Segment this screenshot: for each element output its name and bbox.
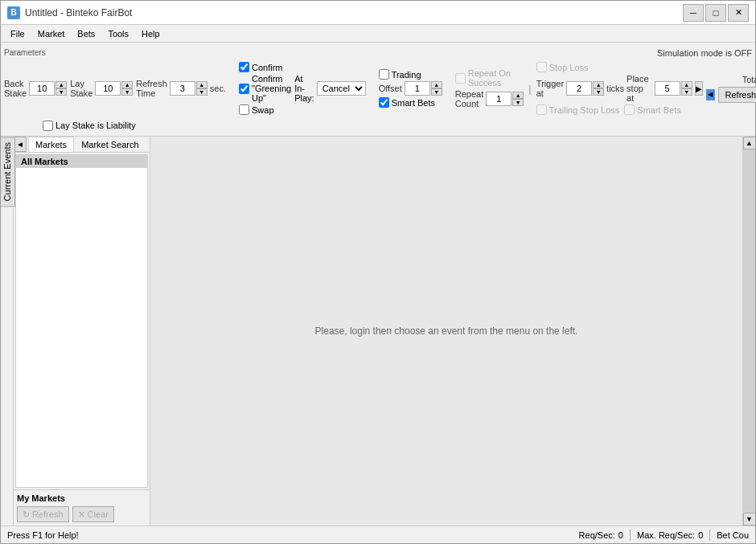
trigger-at-up[interactable]: ▲ — [593, 81, 604, 88]
menu-file[interactable]: File — [4, 27, 31, 40]
place-stop-arrow[interactable]: ▶ — [695, 81, 703, 96]
refresh-time-down[interactable]: ▼ — [196, 88, 207, 96]
scroll-track[interactable] — [743, 149, 755, 513]
menu-help[interactable]: Help — [135, 27, 166, 40]
maximize-button[interactable]: □ — [705, 4, 726, 22]
account-balance-row: ◄ Refresh Log in... — [706, 87, 756, 103]
refresh-time-group: Refresh Time ▲ ▼ sec. — [136, 79, 226, 98]
repeat-count-input[interactable] — [486, 92, 512, 106]
menu-market[interactable]: Market — [31, 27, 72, 40]
close-button[interactable]: ✕ — [728, 4, 749, 22]
section-sep-1: | — [527, 83, 532, 95]
confirm-label: Confirm — [252, 63, 283, 72]
panel-content: All Markets — [15, 154, 148, 488]
main-content: Current Events ◄ Markets Market Search A… — [1, 137, 755, 526]
back-stake-group: Back Stake ▲ ▼ — [4, 79, 67, 98]
refresh-time-unit: sec. — [210, 84, 226, 93]
back-stake-input[interactable] — [29, 81, 55, 96]
smart-bets-checkbox[interactable] — [379, 97, 389, 108]
my-markets-clear-button[interactable]: ✕ Clear — [72, 506, 114, 522]
bet-count-label: Bet Cou — [717, 530, 749, 540]
offset-spinner: ▲ ▼ — [405, 81, 442, 96]
repeat-count-label: Repeat Count — [455, 89, 483, 108]
trailing-stop-label: Trailing Stop Loss — [549, 105, 620, 115]
bet-count-section: Bet Cou — [717, 530, 749, 540]
offset-input[interactable] — [405, 81, 430, 96]
trigger-at-input[interactable] — [566, 81, 592, 96]
scroll-down-button[interactable]: ▼ — [743, 513, 756, 526]
stop-smart-bets-checkbox[interactable] — [624, 104, 635, 115]
swap-checkbox[interactable] — [239, 104, 249, 115]
trigger-group: Trigger at ▲ ▼ ticks Place stop at ▲ — [536, 74, 703, 103]
repeat-count-down[interactable]: ▼ — [512, 99, 524, 106]
my-markets-label: My Markets — [17, 493, 146, 503]
left-panel-tabs: ◄ Markets Market Search — [14, 137, 150, 153]
balance-indicator[interactable]: ◄ — [706, 89, 715, 100]
lay-stake-liability-checkbox[interactable] — [43, 121, 53, 131]
total-balance-label: Total balance: — [742, 75, 756, 84]
place-stop-at-input[interactable] — [655, 81, 680, 96]
trading-label: Trading — [392, 70, 421, 80]
repeat-count-up[interactable]: ▲ — [512, 92, 524, 99]
repeat-count-spin-btns: ▲ ▼ — [512, 92, 524, 106]
trailing-stop-checkbox[interactable] — [536, 104, 547, 115]
refresh-time-label: Refresh Time — [136, 79, 167, 98]
title-bar: B Untitled - Binteko FairBot ─ □ ✕ — [1, 1, 755, 25]
stop-loss-checkbox[interactable] — [536, 62, 547, 72]
my-markets-refresh-button[interactable]: ↻ Refresh — [17, 506, 69, 522]
max-req-sec-label: Max. Req/Sec: — [637, 530, 695, 540]
all-markets-header[interactable]: All Markets — [16, 155, 147, 168]
status-bar: Press F1 for Help! Req/Sec: 0 Max. Req/S… — [1, 526, 755, 543]
offset-up[interactable]: ▲ — [431, 81, 442, 88]
place-stop-at-up[interactable]: ▲ — [681, 81, 692, 88]
tab-market-search[interactable]: Market Search — [74, 137, 146, 152]
refresh-time-spin-btns: ▲ ▼ — [196, 81, 207, 96]
place-stop-at-down[interactable]: ▼ — [681, 88, 692, 96]
confirm-checkbox-group: Confirm — [239, 62, 291, 72]
toolbar-row-2: Back Stake ▲ ▼ Lay Stake ▲ ▼ — [4, 62, 752, 115]
side-tab-container: Current Events — [1, 137, 14, 526]
smart-bets-label: Smart Bets — [392, 98, 435, 108]
confirm-greening-group: Confirm "Greening Up" — [239, 74, 291, 103]
tab-markets[interactable]: Markets — [28, 137, 74, 152]
confirm-greening-checkbox[interactable] — [239, 84, 249, 94]
panel-collapse-button[interactable]: ◄ — [14, 137, 27, 152]
back-stake-up[interactable]: ▲ — [55, 81, 67, 88]
refresh-time-up[interactable]: ▲ — [196, 81, 207, 88]
offset-down[interactable]: ▼ — [431, 88, 442, 96]
back-stake-down[interactable]: ▼ — [55, 88, 67, 96]
confirm-checkbox[interactable] — [239, 62, 249, 72]
repeat-on-success-group: Repeat On Success — [455, 68, 524, 88]
current-events-tab[interactable]: Current Events — [1, 137, 15, 207]
right-scrollbar: ▲ ▼ — [742, 137, 755, 526]
trigger-at-spinner: ▲ ▼ — [566, 81, 604, 96]
repeat-on-success-label: Repeat On Success — [468, 68, 524, 88]
left-panel: ◄ Markets Market Search All Markets My M… — [14, 137, 150, 526]
refresh-account-button[interactable]: Refresh — [718, 87, 756, 103]
place-stop-at-label: Place stop at — [627, 74, 652, 103]
smart-bets-group: Smart Bets — [379, 97, 442, 108]
max-req-sec-section: Max. Req/Sec: 0 — [637, 530, 703, 540]
at-inplay-select[interactable]: Cancel Keep None — [317, 81, 366, 96]
refresh-label: Refresh — [32, 509, 64, 519]
trading-checkbox[interactable] — [379, 69, 389, 80]
minimize-button[interactable]: ─ — [683, 4, 704, 22]
repeat-count-spinner: ▲ ▼ — [486, 92, 524, 106]
at-inplay-group: At In-Play: Cancel Keep None — [294, 74, 365, 103]
trigger-at-down[interactable]: ▼ — [593, 88, 604, 96]
repeat-on-success-checkbox[interactable] — [455, 73, 466, 84]
refresh-time-input[interactable] — [170, 81, 195, 96]
trigger-at-spin-btns: ▲ ▼ — [593, 81, 604, 96]
refresh-time-spinner: ▲ ▼ — [170, 81, 207, 96]
toolbar-row-3: Lay Stake is Liability — [4, 117, 752, 134]
lay-stake-down[interactable]: ▼ — [121, 88, 133, 96]
lay-stake-up[interactable]: ▲ — [121, 81, 133, 88]
menu-bets[interactable]: Bets — [71, 27, 101, 40]
at-inplay-col: At In-Play: Cancel Keep None — [294, 74, 365, 103]
menu-tools[interactable]: Tools — [101, 27, 135, 40]
lay-stake-input[interactable] — [95, 81, 121, 96]
repeat-col: Repeat On Success Repeat Count ▲ ▼ — [455, 68, 524, 108]
scroll-up-button[interactable]: ▲ — [743, 137, 756, 149]
offset-spin-btns: ▲ ▼ — [431, 81, 442, 96]
repeat-count-group: Repeat Count ▲ ▼ — [455, 89, 524, 108]
